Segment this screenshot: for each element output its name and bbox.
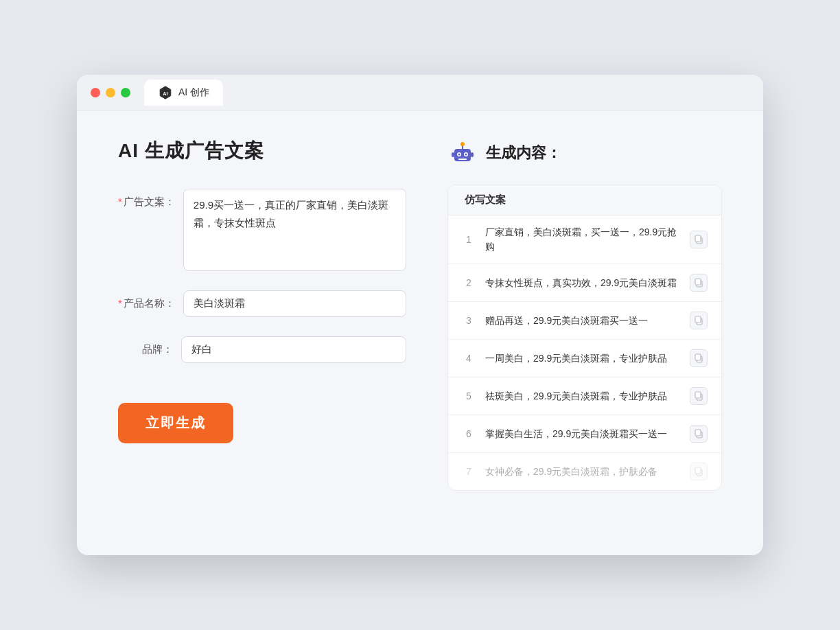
generate-button[interactable]: 立即生成 (118, 403, 233, 443)
page-title: AI 生成广告文案 (118, 138, 406, 164)
row-text: 专抹女性斑点，真实功效，29.9元美白淡斑霜 (485, 276, 680, 290)
svg-rect-21 (695, 392, 701, 398)
minimize-button[interactable] (106, 88, 115, 97)
copy-button[interactable] (690, 349, 708, 367)
row-number: 1 (462, 234, 476, 245)
required-star-product: * (118, 297, 122, 309)
ad-copy-textarea[interactable]: 29.9买一送一，真正的厂家直销，美白淡斑霜，专抹女性斑点 (183, 189, 406, 271)
svg-rect-17 (695, 316, 701, 323)
maximize-button[interactable] (121, 88, 130, 97)
tab-ai-creation[interactable]: AI AI 创作 (144, 80, 223, 106)
svg-text:AI: AI (163, 90, 167, 96)
table-row: 1 厂家直销，美白淡斑霜，买一送一，29.9元抢购 (448, 215, 721, 264)
table-row: 3 赠品再送，29.9元美白淡斑霜买一送一 (448, 302, 721, 340)
result-header: 生成内容： (447, 138, 722, 168)
result-table: 仿写文案 1 厂家直销，美白淡斑霜，买一送一，29.9元抢购 2 专抹女性斑点，… (447, 185, 722, 491)
brand-group: 品牌： (118, 336, 406, 363)
result-rows-container: 1 厂家直销，美白淡斑霜，买一送一，29.9元抢购 2 专抹女性斑点，真实功效，… (448, 215, 721, 490)
table-row: 7 女神必备，29.9元美白淡斑霜，护肤必备 (448, 453, 721, 490)
svg-rect-15 (695, 279, 701, 285)
product-name-group: *产品名称： (118, 290, 406, 317)
row-number: 4 (462, 353, 476, 364)
table-row: 6 掌握美白生活，29.9元美白淡斑霜买一送一 (448, 415, 721, 453)
right-panel: 生成内容： 仿写文案 1 厂家直销，美白淡斑霜，买一送一，29.9元抢购 2 专… (447, 138, 722, 522)
row-text: 赠品再送，29.9元美白淡斑霜买一送一 (485, 314, 680, 328)
browser-window: AI AI 创作 AI 生成广告文案 *广告文案： 29.9买一送一，真正的厂家… (77, 75, 763, 555)
svg-rect-25 (695, 467, 701, 474)
svg-rect-19 (695, 354, 701, 360)
svg-rect-23 (695, 430, 701, 436)
row-text: 一周美白，29.9元美白淡斑霜，专业护肤品 (485, 351, 680, 366)
copy-button[interactable] (690, 312, 708, 329)
product-name-label: *产品名称： (118, 290, 175, 310)
robot-icon (447, 138, 478, 168)
row-text: 掌握美白生活，29.9元美白淡斑霜买一送一 (485, 427, 680, 441)
result-title: 生成内容： (486, 143, 561, 163)
row-number: 5 (462, 390, 476, 401)
table-row: 4 一周美白，29.9元美白淡斑霜，专业护肤品 (448, 340, 721, 377)
required-star-ad: * (118, 196, 122, 207)
table-header: 仿写文案 (448, 185, 721, 215)
table-row: 5 祛斑美白，29.9元美白淡斑霜，专业护肤品 (448, 377, 721, 415)
row-text: 祛斑美白，29.9元美白淡斑霜，专业护肤品 (485, 389, 680, 404)
close-button[interactable] (91, 88, 100, 97)
table-row: 2 专抹女性斑点，真实功效，29.9元美白淡斑霜 (448, 264, 721, 302)
svg-rect-13 (695, 235, 701, 242)
row-number: 2 (462, 277, 476, 288)
copy-button[interactable] (690, 463, 708, 480)
copy-button[interactable] (690, 231, 708, 248)
svg-point-5 (458, 154, 460, 156)
main-content: AI 生成广告文案 *广告文案： 29.9买一送一，真正的厂家直销，美白淡斑霜，… (77, 110, 763, 550)
tab-label: AI 创作 (178, 86, 209, 99)
row-number: 6 (462, 428, 476, 439)
product-name-input[interactable] (183, 290, 406, 317)
svg-rect-11 (471, 152, 474, 157)
ai-tab-icon: AI (158, 85, 173, 100)
brand-label: 品牌： (118, 336, 173, 356)
row-text: 厂家直销，美白淡斑霜，买一送一，29.9元抢购 (485, 225, 680, 254)
svg-rect-10 (452, 152, 454, 157)
ad-copy-label: *广告文案： (118, 189, 175, 209)
brand-input[interactable] (181, 336, 406, 363)
ad-copy-group: *广告文案： 29.9买一送一，真正的厂家直销，美白淡斑霜，专抹女性斑点 (118, 189, 406, 271)
copy-button[interactable] (690, 425, 708, 443)
copy-button[interactable] (690, 274, 708, 292)
traffic-lights (91, 88, 130, 97)
row-number: 3 (462, 315, 476, 326)
copy-button[interactable] (690, 387, 708, 405)
row-text: 女神必备，29.9元美白淡斑霜，护肤必备 (485, 465, 680, 479)
left-panel: AI 生成广告文案 *广告文案： 29.9买一送一，真正的厂家直销，美白淡斑霜，… (118, 138, 406, 522)
svg-point-6 (465, 154, 467, 156)
svg-rect-7 (458, 159, 467, 160)
title-bar: AI AI 创作 (77, 75, 763, 110)
svg-point-9 (460, 142, 465, 146)
row-number: 7 (462, 466, 476, 477)
